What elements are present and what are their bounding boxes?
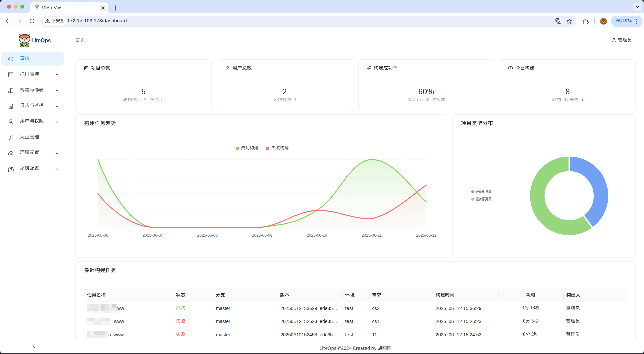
svg-text:2025-06-07: 2025-06-07 bbox=[142, 233, 163, 238]
svg-text:2025-06-12: 2025-06-12 bbox=[416, 233, 437, 238]
svg-text:2025-06-09: 2025-06-09 bbox=[252, 233, 273, 238]
svg-text:2025-06-11: 2025-06-11 bbox=[362, 233, 382, 238]
svg-text:2025-06-08: 2025-06-08 bbox=[197, 233, 218, 238]
svg-text:2025-06-06: 2025-06-06 bbox=[88, 233, 108, 238]
svg-text:2025-06-10: 2025-06-10 bbox=[307, 233, 327, 238]
